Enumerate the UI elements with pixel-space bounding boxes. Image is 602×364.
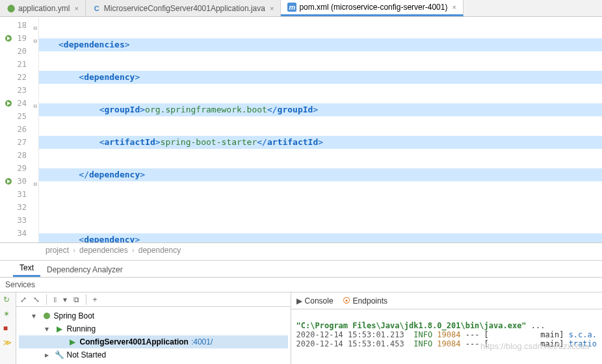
services-toolbar: ⤢ ⤡ ⫴ ▾ ⧉ + (16, 292, 291, 307)
breadcrumb-item[interactable]: dependency (138, 246, 181, 255)
services-tree[interactable]: ▾ Spring Boot ▾ ▶ Running ▶ ConfigServer… (16, 307, 291, 364)
run-gutter-icon[interactable] (4, 34, 13, 43)
tree-row-running[interactable]: ▾ ▶ Running (19, 322, 288, 335)
gutter-line: 21 (0, 58, 38, 71)
console-output[interactable]: "C:\Program Files\Java\jdk1.8.0_201\bin\… (291, 309, 602, 364)
run-gutter-icon[interactable] (4, 177, 13, 186)
gutter-line: 29 (0, 162, 38, 175)
view-mode-icon[interactable]: ⫴ (53, 295, 57, 304)
services-title: Services (0, 278, 602, 292)
gutter-line: 22 (0, 71, 38, 84)
tag-icon[interactable]: ⧉ (73, 295, 79, 304)
close-icon[interactable]: × (74, 5, 78, 12)
services-panel: Services ↻ ✶ ■ ≫ ⤢ ⤡ ⫴ ▾ ⧉ + ▾ (0, 278, 602, 364)
gutter-line: 25 (0, 110, 38, 123)
run-config-icon[interactable]: ✶ (3, 309, 12, 318)
tab-console[interactable]: ▶ Console (296, 296, 334, 306)
editor-bottom-tabs: Text Dependency Analyzer (0, 261, 602, 278)
fold-icon[interactable]: ⊟ (31, 99, 37, 106)
gutter-line: 27 (0, 136, 38, 149)
stop-icon[interactable]: ■ (3, 324, 12, 333)
tab-label: MicroserviceConfigServer4001Application.… (104, 4, 265, 13)
editor-area: 18⊟ 19⊟ 20 21 22 23 24⊟ 25 26 27 28 29 3… (0, 17, 602, 243)
tab-application-yml[interactable]: ⬤ application.yml × (0, 0, 86, 16)
services-side-toolbar: ↻ ✶ ■ ≫ (0, 292, 16, 364)
fold-icon[interactable]: ⊟ (31, 177, 37, 184)
collapse-icon[interactable]: ⤡ (33, 295, 40, 304)
gutter-line: 20 (0, 45, 38, 58)
close-icon[interactable]: × (452, 3, 456, 11)
services-tree-area: ⤢ ⤡ ⫴ ▾ ⧉ + ▾ Spring Boot ▾ ▶ Running (16, 292, 291, 364)
tree-row-app[interactable]: ▶ ConfigServer4001Application :4001/ (19, 335, 288, 348)
rerun-icon[interactable]: ↻ (3, 295, 12, 304)
gutter-line: 32 (0, 201, 38, 214)
endpoints-icon: ⦿ (343, 296, 350, 306)
expand-icon[interactable]: ⤢ (20, 295, 27, 304)
gutter-line: 31 (0, 188, 38, 201)
add-icon[interactable]: + (93, 295, 98, 304)
breadcrumb-item[interactable]: dependencies (79, 246, 128, 255)
gutter-line: 34 (0, 227, 38, 240)
gutter-line: 30⊟ (0, 175, 38, 188)
run-gutter-icon[interactable] (4, 99, 13, 108)
gutter-line: 26 (0, 123, 38, 136)
gutter-line: 23 (0, 84, 38, 97)
close-icon[interactable]: × (270, 5, 274, 12)
breadcrumb[interactable]: project›dependencies›dependency (0, 243, 602, 261)
wrench-icon: 🔧 (55, 350, 64, 359)
breadcrumb-item[interactable]: project (46, 246, 69, 255)
tab-pom-xml[interactable]: m pom.xml (microservice-config-server-40… (281, 0, 464, 16)
filter-icon[interactable]: ▾ (63, 295, 67, 304)
play-icon: ▶ (55, 324, 64, 333)
gutter-line: 28 (0, 149, 38, 162)
svg-point-3 (44, 313, 50, 319)
tab-label: application.yml (18, 4, 70, 13)
tree-row-notstarted[interactable]: ▸ 🔧 Not Started (19, 348, 288, 361)
fold-icon[interactable]: ⊟ (31, 34, 37, 41)
gutter: 18⊟ 19⊟ 20 21 22 23 24⊟ 25 26 27 28 29 3… (0, 17, 39, 242)
gutter-line: 24⊟ (0, 97, 38, 110)
tab-endpoints[interactable]: ⦿ Endpoints (343, 296, 387, 306)
tab-label: pom.xml (microservice-config-server-4001… (299, 3, 447, 12)
port-link[interactable]: :4001/ (191, 337, 213, 346)
gutter-line: 33 (0, 214, 38, 227)
chevron-down-icon[interactable]: ▾ (45, 324, 53, 333)
maven-icon: m (287, 3, 296, 12)
java-class-icon: C (92, 4, 101, 13)
services-right: ▶ Console ⦿ Endpoints "C:\Program Files\… (291, 292, 602, 364)
gutter-line: 18⊟ (0, 19, 38, 32)
editor-tabs-bar: ⬤ application.yml × C MicroserviceConfig… (0, 0, 602, 17)
tab-dependency-analyzer[interactable]: Dependency Analyzer (40, 263, 129, 277)
more-icon[interactable]: ≫ (3, 338, 12, 347)
fold-icon[interactable]: ⊟ (31, 21, 37, 28)
tab-text[interactable]: Text (13, 261, 40, 277)
chevron-down-icon[interactable]: ▾ (32, 311, 40, 320)
spring-boot-icon (42, 312, 51, 320)
chevron-right-icon[interactable]: ▸ (45, 350, 53, 359)
play-icon: ▶ (68, 337, 77, 346)
tab-java-class[interactable]: C MicroserviceConfigServer4001Applicatio… (86, 0, 281, 16)
code-editor[interactable]: <dependencies> <dependency> <groupId>org… (39, 17, 602, 242)
gutter-line: 19⊟ (0, 32, 38, 45)
play-icon: ▶ (296, 296, 302, 306)
yml-icon: ⬤ (7, 4, 16, 13)
tree-row-springboot[interactable]: ▾ Spring Boot (19, 309, 288, 322)
services-right-tabs: ▶ Console ⦿ Endpoints (291, 292, 602, 309)
